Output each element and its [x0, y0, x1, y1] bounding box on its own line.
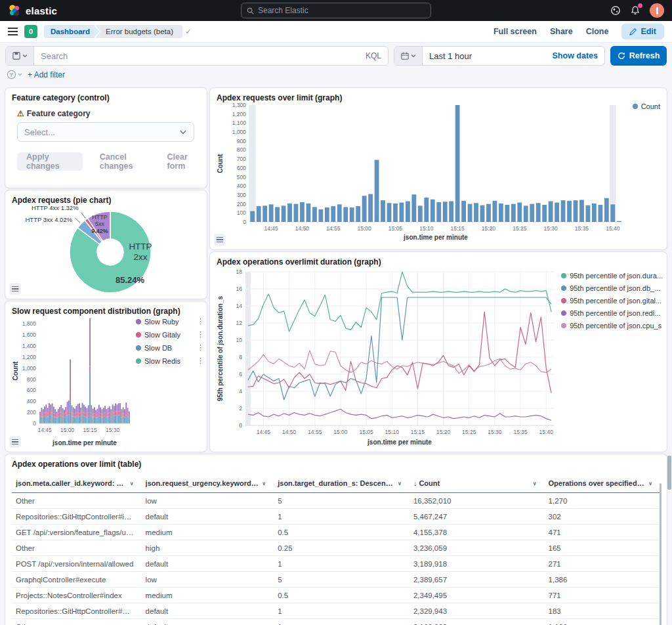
table-row[interactable]: Repositories::GitHttpController#info_ref… [12, 509, 660, 525]
legend-actions-icon[interactable]: ⋮ [197, 343, 204, 352]
cancel-changes-button[interactable]: Cancel changes [100, 152, 150, 171]
table-row[interactable]: Projects::NotesController#indexmedium0.5… [12, 588, 660, 603]
svg-text:1,800: 1,800 [22, 320, 37, 327]
clone-button[interactable]: Clone [586, 27, 609, 36]
search-input[interactable] [34, 51, 366, 61]
filter-menu-button[interactable] [7, 70, 22, 79]
legend-item[interactable]: 95th percentile of json.cpu_s [561, 322, 663, 330]
calendar-icon [401, 52, 409, 60]
column-menu-chevron-icon[interactable]: ∨ [648, 481, 652, 486]
svg-text:95th percentile of json.durati: 95th percentile of json.duration_s [217, 296, 224, 401]
table-row[interactable]: GraphqlController#executelow52,389,6571,… [12, 572, 660, 588]
legend-label: 95th percentile of json.db_... [570, 284, 660, 292]
legend-actions-icon[interactable]: ⋮ [197, 356, 204, 365]
table-row[interactable]: Otherdefault12,160,6021,106 [12, 619, 660, 625]
legend-item[interactable]: Slow Ruby⋮ [136, 317, 204, 326]
column-header[interactable]: Operations over specified threshold...∨ [545, 474, 660, 493]
cloud-icon[interactable] [610, 5, 621, 16]
legend-item[interactable]: Slow Redis⋮ [136, 356, 204, 365]
refresh-button[interactable]: Refresh [610, 46, 667, 66]
legend-actions-icon[interactable]: ⋮ [197, 330, 204, 339]
table-cell: low [142, 493, 274, 509]
time-picker-menu-button[interactable] [394, 47, 423, 65]
legend-actions-icon[interactable]: ⋮ [197, 317, 204, 326]
time-range-value[interactable]: Last 1 hour [423, 51, 553, 61]
svg-text:15:20: 15:20 [482, 225, 496, 232]
legend-item[interactable]: 95th percentile of json.db_... [561, 284, 663, 292]
show-dates-button[interactable]: Show dates [553, 51, 604, 60]
apply-changes-button[interactable]: Apply changes [17, 152, 83, 171]
space-badge[interactable]: 0 [24, 25, 37, 38]
legend-label: 95th percentile of json.gital... [570, 297, 662, 305]
feature-category-select[interactable]: Select... [17, 122, 194, 142]
legend-item[interactable]: 95th percentile of json.dura... [561, 272, 663, 280]
saved-query-menu-button[interactable] [6, 47, 34, 65]
page-scrollbar[interactable] [667, 456, 671, 490]
elastic-logo[interactable]: elastic [8, 4, 57, 17]
table-cell: 2,389,657 [410, 572, 545, 588]
svg-text:15:35: 15:35 [513, 429, 528, 435]
column-menu-chevron-icon[interactable]: ∨ [130, 481, 134, 486]
table-cell: 5,467,247 [410, 509, 545, 525]
legend-dot-icon [136, 358, 141, 364]
table-row[interactable]: Otherhigh0.253,236,059165 [12, 540, 660, 556]
legend-label: Slow Ruby [144, 318, 179, 326]
legend-dot-icon [561, 311, 566, 316]
pie-chart: HTTP2xx85.24%HTTP5xx9.42%HTTP 4xx 1.32%H… [12, 205, 200, 297]
legend-item[interactable]: Slow DB⋮ [136, 343, 204, 352]
legend-label: Count [641, 102, 660, 110]
column-header[interactable]: json.target_duration_s: Descending∨ [274, 474, 410, 493]
legend-item[interactable]: 95th percentile of json.gital... [561, 297, 663, 305]
svg-text:14:50: 14:50 [282, 429, 297, 435]
elastic-logo-icon [8, 4, 21, 17]
table-cell: 0.5 [274, 525, 410, 540]
panel-apdex-overlimit-duration: Apdex operations overlimit duration (gra… [210, 252, 667, 452]
table-row[interactable]: Otherlow516,352,0101,270 [12, 493, 660, 509]
legend-dot-icon [633, 104, 638, 109]
svg-text:100: 100 [237, 209, 246, 216]
column-menu-chevron-icon[interactable]: ∨ [262, 481, 266, 486]
chevron-down-icon [18, 72, 22, 77]
global-search-input[interactable]: Search Elastic [241, 3, 431, 18]
legend-item[interactable]: 95th percentile of json.redi... [561, 309, 663, 317]
column-header[interactable]: json.request_urgency.keyword: Des...∨ [142, 474, 274, 493]
legend-item[interactable]: Count [633, 102, 660, 110]
panel-options-icon[interactable] [9, 283, 21, 295]
table-row[interactable]: GET /api/:version/feature_flags/unleash.… [12, 525, 660, 540]
refresh-icon [618, 52, 625, 60]
add-filter-button[interactable]: + Add filter [28, 70, 65, 79]
table-cell: high [142, 540, 274, 556]
share-button[interactable]: Share [550, 27, 573, 36]
table-row[interactable]: Repositories::GitHttpController#git_upl.… [12, 603, 660, 619]
full-screen-button[interactable]: Full screen [494, 27, 537, 36]
chevron-down-icon [411, 53, 416, 58]
breadcrumb-dashboard[interactable]: Dashboard [44, 25, 99, 38]
bar-chart: 01002003004005006007008009001,0001,1001,… [217, 102, 660, 242]
chevron-down-icon [22, 53, 28, 58]
table-row[interactable]: POST /api/:version/internal/alloweddefau… [12, 556, 660, 572]
alerts-bell-icon[interactable] [630, 5, 640, 16]
clear-form-button[interactable]: Clear form [167, 152, 200, 171]
legend-item[interactable]: Slow Gitaly⋮ [136, 330, 204, 339]
menu-hamburger-icon[interactable] [8, 28, 18, 35]
svg-text:0: 0 [239, 422, 242, 429]
svg-text:json.time per minute: json.time per minute [403, 234, 468, 241]
table-cell: 1 [274, 603, 410, 619]
table-cell: 2,329,943 [410, 603, 545, 619]
user-avatar[interactable] [650, 3, 664, 18]
table-cell: 1,106 [545, 619, 660, 625]
column-menu-chevron-icon[interactable]: ∨ [398, 481, 402, 486]
breadcrumb-current[interactable]: Error budgets (beta) [95, 25, 182, 38]
panel-options-icon[interactable] [9, 436, 21, 448]
column-header[interactable]: json.meta.caller_id.keyword: Desce...∨ [12, 474, 142, 493]
panel-options-icon[interactable] [214, 234, 226, 246]
edit-button[interactable]: Edit [621, 24, 664, 39]
legend-label: 95th percentile of json.cpu_s [570, 322, 662, 330]
kql-toggle[interactable]: KQL [366, 51, 388, 60]
column-header[interactable]: ↓Count∨ [410, 474, 545, 493]
svg-text:15:10: 15:10 [385, 429, 400, 435]
column-menu-chevron-icon[interactable]: ∨ [533, 481, 537, 486]
svg-text:15:25: 15:25 [513, 225, 527, 232]
table-scrollbar[interactable] [660, 483, 662, 625]
table-cell: 1 [274, 509, 410, 525]
